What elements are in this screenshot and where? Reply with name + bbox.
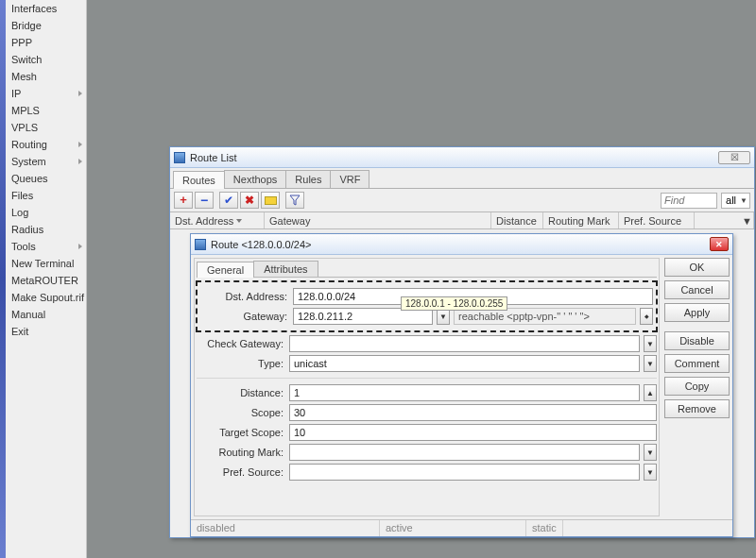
scope-label: Scope: <box>197 407 284 418</box>
status-active: active <box>380 520 526 536</box>
column-headers: Dst. AddressGatewayDistanceRouting MarkP… <box>170 212 754 229</box>
window-icon <box>195 239 206 250</box>
dialog-tabs: GeneralAttributes <box>197 261 657 278</box>
status-static: static <box>526 520 563 536</box>
routing-mark-label: Routing Mark: <box>197 447 284 458</box>
filter-button[interactable] <box>285 192 304 209</box>
cancel-button[interactable]: Cancel <box>664 280 730 299</box>
distance-input[interactable] <box>289 384 640 401</box>
filter-scope-value: all <box>726 194 736 206</box>
sidebar-item-tools[interactable]: Tools <box>6 238 86 255</box>
route-list-title: Route List <box>190 152 718 163</box>
distance-label: Distance: <box>197 387 284 398</box>
col-gateway[interactable]: Gateway <box>265 212 491 228</box>
status-bar: disabled active static <box>191 519 732 536</box>
sidebar-item-files[interactable]: Files <box>6 187 86 204</box>
routing-mark-input[interactable] <box>289 444 640 461</box>
tab-nexthops[interactable]: Nexthops <box>224 170 286 188</box>
close-icon[interactable]: ☒ <box>718 151 750 164</box>
dst-tooltip: 128.0.0.1 - 128.0.0.255 <box>401 296 507 311</box>
dialog-main: GeneralAttributes Dst. Address: Gateway:… <box>194 258 660 516</box>
sidebar: InterfacesBridgePPPSwitchMeshIPMPLSVPLSR… <box>0 0 87 558</box>
comment-button[interactable] <box>261 192 280 209</box>
x-icon: ✖ <box>245 194 254 207</box>
tab-general[interactable]: General <box>197 262 254 278</box>
sidebar-item-ppp[interactable]: PPP <box>6 34 86 51</box>
note-icon <box>265 196 277 205</box>
check-gateway-dropdown[interactable]: ▼ <box>644 335 657 352</box>
sidebar-item-log[interactable]: Log <box>6 204 86 221</box>
gateway-updown[interactable]: ◆ <box>640 308 653 325</box>
route-dialog: Route <128.0.0.0/24> ✕ GeneralAttributes… <box>190 233 733 537</box>
route-dialog-titlebar[interactable]: Route <128.0.0.0/24> ✕ <box>191 234 732 255</box>
apply-button[interactable]: Apply <box>664 303 730 322</box>
pref-source-label: Pref. Source: <box>197 466 284 478</box>
type-dropdown[interactable]: ▼ <box>644 355 657 372</box>
remove-button[interactable]: − <box>195 192 214 209</box>
col-dst-address[interactable]: Dst. Address <box>170 212 265 228</box>
col-pref-source[interactable]: Pref. Source <box>619 212 695 228</box>
tab-routes[interactable]: Routes <box>173 171 225 189</box>
routing-mark-dropdown[interactable]: ▼ <box>644 444 657 461</box>
funnel-icon <box>289 194 301 206</box>
sidebar-item-vpls[interactable]: VPLS <box>6 119 86 136</box>
tab-rules[interactable]: Rules <box>285 170 331 188</box>
toolbar: + − ✔ ✖ all ▼ <box>170 189 754 212</box>
sidebar-item-mpls[interactable]: MPLS <box>6 102 86 119</box>
status-disabled: disabled <box>191 520 380 536</box>
close-icon[interactable]: ✕ <box>710 237 729 251</box>
sidebar-item-bridge[interactable]: Bridge <box>6 17 86 34</box>
disable-button[interactable]: ✖ <box>240 192 259 209</box>
sidebar-item-metarouter[interactable]: MetaROUTER <box>6 272 86 289</box>
tab-vrf[interactable]: VRF <box>330 170 369 188</box>
tab-attributes[interactable]: Attributes <box>253 261 318 277</box>
scope-input[interactable] <box>289 404 657 421</box>
chevron-down-icon: ▼ <box>740 196 747 205</box>
route-list-tabs: RoutesNexthopsRulesVRF <box>170 170 754 189</box>
pref-source-dropdown[interactable]: ▼ <box>644 464 657 481</box>
add-button[interactable]: + <box>174 192 193 209</box>
remove-button[interactable]: Remove <box>664 399 730 418</box>
divider <box>197 378 657 379</box>
target-scope-input[interactable] <box>289 424 657 441</box>
col-routing-mark[interactable]: Routing Mark <box>543 212 619 228</box>
find-input[interactable] <box>661 193 717 209</box>
col-distance[interactable]: Distance <box>491 212 543 228</box>
route-dialog-title: Route <128.0.0.0/24> <box>211 239 710 250</box>
comment-button[interactable]: Comment <box>664 354 730 373</box>
gateway-label: Gateway: <box>200 311 287 322</box>
check-icon: ✔ <box>224 194 233 207</box>
enable-button[interactable]: ✔ <box>219 192 238 209</box>
sidebar-item-exit[interactable]: Exit <box>6 323 86 340</box>
sidebar-item-system[interactable]: System <box>6 153 86 170</box>
target-scope-label: Target Scope: <box>197 427 284 438</box>
copy-button[interactable]: Copy <box>664 377 730 396</box>
sidebar-item-interfaces[interactable]: Interfaces <box>6 0 86 17</box>
check-gateway-input[interactable] <box>289 335 640 352</box>
sidebar-item-ip[interactable]: IP <box>6 85 86 102</box>
disable-button[interactable]: Disable <box>664 331 730 350</box>
filter-scope-select[interactable]: all ▼ <box>721 193 750 209</box>
sidebar-item-radius[interactable]: Radius <box>6 221 86 238</box>
pref-source-input[interactable] <box>289 464 640 481</box>
sidebar-item-new-terminal[interactable]: New Terminal <box>6 255 86 272</box>
check-gateway-label: Check Gateway: <box>197 338 284 349</box>
sidebar-item-make-supout-rif[interactable]: Make Supout.rif <box>6 289 86 306</box>
sidebar-item-queues[interactable]: Queues <box>6 170 86 187</box>
dialog-buttons: OK Cancel Apply Disable Comment Copy Rem… <box>660 258 730 516</box>
plus-icon: + <box>180 195 187 205</box>
route-list-titlebar[interactable]: Route List ☒ <box>170 147 754 168</box>
ok-button[interactable]: OK <box>664 258 730 277</box>
sidebar-item-mesh[interactable]: Mesh <box>6 68 86 85</box>
highlighted-fields: Dst. Address: Gateway: ▼ reachable <pptp… <box>198 283 655 330</box>
sidebar-item-routing[interactable]: Routing <box>6 136 86 153</box>
window-icon <box>174 152 185 163</box>
col-menu[interactable]: ▼ <box>741 212 754 228</box>
type-input[interactable] <box>289 355 640 372</box>
distance-expand[interactable]: ▲ <box>644 384 657 401</box>
sidebar-item-switch[interactable]: Switch <box>6 51 86 68</box>
minus-icon: − <box>200 196 208 204</box>
type-label: Type: <box>197 358 284 369</box>
dst-address-label: Dst. Address: <box>200 291 287 302</box>
sidebar-item-manual[interactable]: Manual <box>6 306 86 323</box>
